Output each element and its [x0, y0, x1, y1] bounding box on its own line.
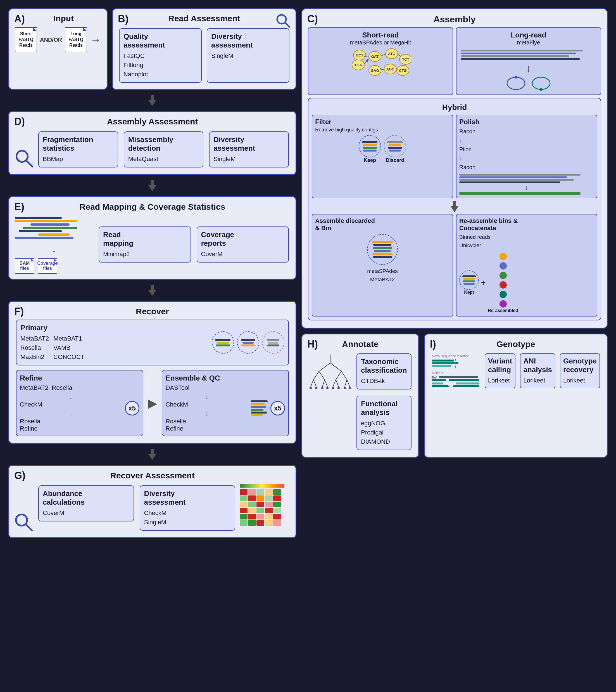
panel-d-title: Assembly Assessment — [107, 117, 198, 126]
assemble-tools: metaSPAdes MetaBAT2 — [315, 267, 450, 284]
functional-tools: eggNOG Prodigal DIAMOND — [361, 419, 407, 446]
filter-title: Filter — [315, 118, 450, 126]
svg-marker-2 — [148, 95, 156, 106]
panel-c: C) Assembly Short-read metaSPAdes or Meg… — [302, 8, 608, 329]
svg-text:GCT: GCT — [356, 53, 364, 57]
svg-text:Deletion: Deletion — [432, 371, 444, 375]
long-read-box: Long-read metaFlye ↓ — [456, 27, 601, 95]
d-to-e-arrow — [8, 180, 296, 191]
svg-point-58 — [332, 387, 334, 389]
panel-b: B) Read Assessment Quality assessment Fa… — [112, 8, 296, 90]
refine-title: Refine — [20, 374, 139, 382]
short-read-tools: metaSPAdes or MegaHit — [311, 39, 450, 46]
svg-line-27 — [381, 54, 386, 56]
svg-point-57 — [326, 387, 329, 389]
primary-tools-right: MetaBAT1 VAMB CONCOCT — [53, 334, 84, 361]
filter-desc: Retrieve high quality contigs — [315, 127, 450, 133]
svg-rect-71 — [449, 379, 479, 381]
search-icon-g — [14, 512, 33, 533]
svg-text:TCT: TCT — [402, 57, 409, 62]
svg-line-46 — [311, 380, 313, 387]
long-fastq-label: Long FASTQ Reads — [68, 31, 83, 48]
refine-x5: x5 — [128, 404, 136, 412]
discard-label: Discard — [386, 158, 404, 163]
hybrid-label: Hybrid — [312, 102, 597, 113]
svg-line-50 — [333, 380, 336, 387]
abundance-tools: CoverM — [43, 508, 130, 518]
svg-line-53 — [347, 380, 350, 387]
reassemble-tools: Binned reads Unicycler — [459, 233, 594, 250]
frag-tools: BBMap — [43, 154, 114, 164]
long-fastq-doc: Long FASTQ Reads — [65, 27, 87, 52]
svg-marker-38 — [450, 201, 459, 212]
svg-marker-6 — [148, 285, 156, 296]
read-mapping-title: Read mapping — [103, 230, 186, 248]
refine-rosella: Rosella Refine — [20, 418, 122, 432]
panel-e: E) Read Mapping & Coverage Statistics — [8, 196, 296, 279]
read-mapping-box: Read mapping Minimap2 — [98, 227, 191, 263]
panel-a-title: Input — [53, 14, 74, 23]
ensemble-title: Ensemble & QC — [166, 374, 285, 382]
diversity-g-title: Diversity assessment — [144, 489, 231, 507]
long-read-lines-visual — [459, 48, 598, 62]
refine-box: Refine MetaBAT2 Rosella ↓ CheckM ↓ Rosel… — [16, 370, 143, 436]
svg-rect-69 — [439, 376, 478, 378]
diversity-d-title: Diversity assessment — [214, 135, 284, 153]
long-read-title: Long-read — [459, 31, 598, 39]
panel-h-label: H) — [307, 338, 318, 350]
svg-line-1 — [285, 23, 289, 27]
variant-title: Variant calling — [488, 357, 512, 374]
functional-title: Functional analysis — [361, 400, 407, 417]
variant-tools: Lorikeet — [488, 376, 512, 385]
ani-tools: Lorikeet — [523, 376, 552, 385]
panel-i-title: Genotype — [497, 339, 535, 349]
panel-c-title: Assembly — [433, 14, 476, 24]
panel-d-label: D) — [14, 116, 25, 127]
ani-box: ANI analysis Lorikeet — [520, 353, 555, 389]
refine-tools-2: Rosella — [52, 384, 72, 392]
misassembly-box: Misassembly detection MetaQuast — [124, 131, 204, 167]
diversity-g-tools: CheckM SingleM — [144, 508, 231, 527]
ensemble-x5: x5 — [274, 404, 282, 412]
filter-to-assemble-arrow — [312, 201, 597, 212]
svg-point-54 — [310, 387, 312, 389]
diversity-d-tools: SingleM — [214, 154, 284, 164]
svg-rect-70 — [432, 379, 446, 381]
bam-files-icon: BAM files — [15, 258, 35, 274]
svg-marker-5 — [148, 180, 156, 191]
primary-title: Primary — [20, 323, 85, 332]
a-to-b-arrow: → — [90, 34, 101, 46]
svg-line-40 — [319, 363, 330, 371]
panel-c-label: C) — [307, 13, 318, 25]
ensemble-checkm: CheckM — [166, 401, 248, 408]
genotype-recovery-box: Genotype recovery Lorikeet — [560, 353, 600, 389]
frag-title: Fragmentation statistics — [43, 135, 114, 153]
svg-line-26 — [364, 59, 369, 64]
svg-rect-74 — [432, 385, 449, 387]
taxonomic-title: Taxonomic classification — [361, 357, 407, 375]
svg-rect-73 — [456, 382, 479, 384]
svg-line-51 — [336, 380, 338, 387]
discard-circle — [384, 135, 406, 158]
svg-marker-7 — [148, 449, 156, 460]
assemble-bin-box: Assemble discarded & Bin — [312, 214, 453, 316]
svg-rect-65 — [432, 365, 452, 367]
svg-line-43 — [319, 371, 325, 380]
long-read-arrow: ↓ — [459, 63, 598, 74]
search-icon-b — [276, 13, 290, 29]
ensemble-tools-1: DASTool — [166, 384, 248, 392]
svg-line-42 — [313, 371, 319, 380]
primary-tools-left: MetaBAT2 Rosella MaxBin2 — [20, 334, 49, 361]
svg-text:ATC: ATC — [388, 52, 395, 56]
abundance-title: Abundance calculations — [43, 489, 130, 507]
variant-box: Variant calling Lorikeet — [485, 353, 516, 389]
ensemble-x5-badge: x5 — [270, 401, 285, 416]
abundance-box: Abundance calculations CoverM — [38, 485, 134, 521]
misassembly-tools: MetaQuast — [128, 154, 199, 164]
assemble-title: Assemble discarded & Bin — [315, 217, 450, 232]
panel-f-label: F) — [14, 306, 24, 317]
svg-text:TGA: TGA — [354, 63, 362, 67]
svg-line-49 — [325, 380, 327, 387]
short-fastq-label: Short FASTQ Reads — [18, 31, 33, 48]
svg-line-52 — [345, 380, 347, 387]
